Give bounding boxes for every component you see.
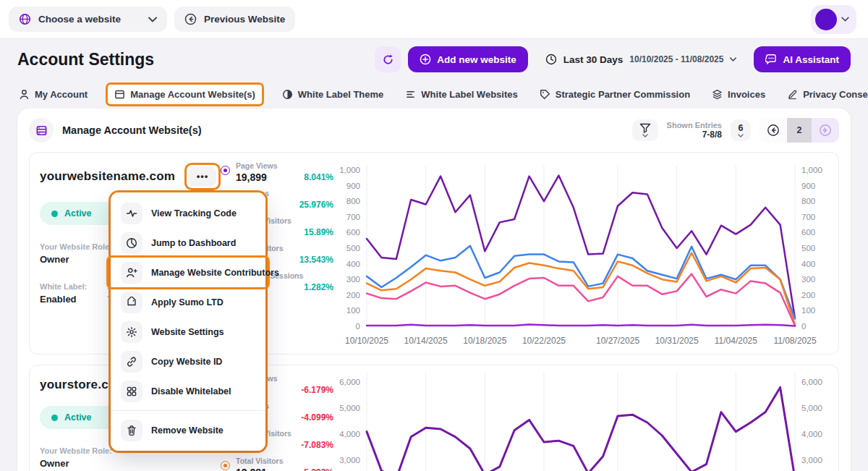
row-actions-menu: View Tracking Code Jump to Dashboard Man… xyxy=(111,192,265,451)
page: Choose a website Previous Website Accoun… xyxy=(0,0,868,471)
previous-website-button[interactable]: Previous Website xyxy=(174,7,295,32)
menu-item-label: Website Settings xyxy=(151,327,224,337)
menu-item-label: View Tracking Code xyxy=(151,208,237,218)
svg-text:0: 0 xyxy=(356,322,360,331)
date-range-picker[interactable]: Last 30 Days 10/10/2025 - 11/08/2025 xyxy=(535,47,747,72)
user-plus-icon xyxy=(121,262,142,284)
stat-change: -7.083% xyxy=(301,440,333,450)
shown-entries: Shown Entries 7-8/8 xyxy=(667,121,722,140)
menu-divider xyxy=(111,410,265,411)
svg-text:3,000: 3,000 xyxy=(801,456,822,464)
account-menu[interactable] xyxy=(811,5,856,34)
add-new-website-button[interactable]: Add new website xyxy=(408,46,528,72)
svg-text:5,000: 5,000 xyxy=(801,404,822,412)
stat-change: -6.179% xyxy=(301,385,333,395)
menu-item-label: Manage Website Contributors xyxy=(151,268,279,278)
header-row: Account Settings Add new website Last 30… xyxy=(0,39,868,80)
traffic-chart: 10/10/202510/14/202510/18/202510/22/2025… xyxy=(333,160,828,351)
menu-item-disable-whitelabel[interactable]: Disable Whitelabel xyxy=(111,376,265,406)
chevron-down-icon xyxy=(841,17,849,22)
tab-manage-account-websites[interactable]: Manage Account Website(s) xyxy=(108,85,262,104)
line-chart: 10/10/202510/14/202510/18/202510/22/2025… xyxy=(333,160,828,351)
status-dot-icon xyxy=(51,211,58,217)
svg-text:3,000: 3,000 xyxy=(339,456,360,464)
chevron-down-icon xyxy=(738,134,744,137)
choose-website-dropdown[interactable]: Choose a website xyxy=(9,7,167,32)
stat-change: 15.89% xyxy=(304,227,333,237)
role-value: Owner xyxy=(40,458,221,469)
stat-change: 8.041% xyxy=(304,172,333,182)
svg-text:800: 800 xyxy=(801,197,815,205)
tab-strategic-partner-commission[interactable]: Strategic Partner Commission xyxy=(538,85,692,104)
menu-item-website-settings[interactable]: Website Settings xyxy=(111,317,265,347)
svg-text:4,000: 4,000 xyxy=(801,430,822,438)
grid-icon xyxy=(121,381,142,402)
browser-icon xyxy=(114,89,125,100)
tab-label: My Account xyxy=(35,89,88,100)
status-label: Active xyxy=(64,412,92,423)
next-page-button[interactable] xyxy=(812,118,839,143)
trash-icon xyxy=(121,420,142,441)
stat-change: 1.282% xyxy=(304,282,333,292)
svg-text:400: 400 xyxy=(346,260,360,268)
chat-icon xyxy=(765,54,777,65)
tabs-row: My Account Manage Account Website(s) Whi… xyxy=(0,80,868,109)
page-size-select[interactable]: 6 xyxy=(731,119,751,141)
stat-change: 25.976% xyxy=(299,200,333,210)
svg-text:6,000: 6,000 xyxy=(801,378,822,386)
menu-item-copy-website-id[interactable]: Copy Website ID xyxy=(111,347,265,376)
svg-text:200: 200 xyxy=(346,291,360,300)
tab-privacy-consents[interactable]: Privacy Consents xyxy=(786,85,868,104)
menu-item-view-tracking-code[interactable]: View Tracking Code xyxy=(111,198,265,228)
menu-item-manage-website-contributors[interactable]: Manage Website Contributors xyxy=(109,258,268,287)
menu-item-apply-sumo-ltd[interactable]: Apply Sumo LTD xyxy=(111,287,265,317)
tutorial-highlight-box: ••• xyxy=(184,163,221,190)
tab-invoices[interactable]: Invoices xyxy=(710,85,767,104)
period-label: Last 30 Days xyxy=(563,54,624,65)
shown-entries-label: Shown Entries xyxy=(667,121,722,130)
database-icon xyxy=(29,118,54,143)
pagination: 2 xyxy=(760,118,839,143)
panel-header: Manage Account Website(s) Shown Entries … xyxy=(29,109,839,152)
clock-icon xyxy=(545,54,557,65)
stat-change: -5.392% xyxy=(301,467,333,471)
tab-label: Strategic Partner Commission xyxy=(556,89,690,100)
layers-icon xyxy=(712,89,723,100)
topbar: Choose a website Previous Website xyxy=(0,0,868,39)
tab-label: White Label Theme xyxy=(298,89,383,100)
arrow-left-circle-icon xyxy=(767,124,780,137)
pen-icon xyxy=(787,89,798,100)
svg-text:400: 400 xyxy=(801,260,815,268)
link-icon xyxy=(121,351,142,373)
svg-text:300: 300 xyxy=(801,275,815,284)
menu-item-jump-to-dashboard[interactable]: Jump to Dashboard xyxy=(111,228,265,258)
tag-icon xyxy=(540,89,550,100)
svg-text:700: 700 xyxy=(801,213,815,221)
ai-assistant-button[interactable]: AI Assistant xyxy=(754,46,851,72)
line-chart: 3,0003,0004,0004,0005,0005,0006,0006,000 xyxy=(333,373,828,471)
stat-change: 13.543% xyxy=(299,255,333,265)
tab-white-label-theme[interactable]: White Label Theme xyxy=(281,85,385,104)
prev-page-button[interactable] xyxy=(760,118,787,143)
svg-text:10/31/2025: 10/31/2025 xyxy=(655,336,699,346)
svg-text:600: 600 xyxy=(346,228,360,237)
date-range-value: 10/10/2025 - 11/08/2025 xyxy=(629,54,723,64)
row-actions-menu-button[interactable]: ••• xyxy=(189,167,216,186)
filter-button[interactable] xyxy=(632,119,658,141)
arrow-right-circle-icon xyxy=(819,124,832,137)
svg-text:10/10/2025: 10/10/2025 xyxy=(345,336,388,346)
tab-white-label-websites[interactable]: White Label Websites xyxy=(404,85,519,104)
pie-chart-icon xyxy=(121,232,142,254)
list-icon xyxy=(405,89,416,100)
white-label-value: Enabled xyxy=(40,294,87,305)
status-dot-icon xyxy=(51,415,58,421)
stat-change: -4.099% xyxy=(301,412,333,423)
status-label: Active xyxy=(64,208,92,218)
ai-assistant-label: AI Assistant xyxy=(783,54,839,65)
refresh-button[interactable] xyxy=(375,46,401,72)
svg-text:10/22/2025: 10/22/2025 xyxy=(522,336,566,346)
menu-item-remove-website[interactable]: Remove Website xyxy=(111,415,265,445)
menu-item-label: Jump to Dashboard xyxy=(151,238,236,248)
tab-my-account[interactable]: My Account xyxy=(17,85,89,104)
svg-text:10/18/2025: 10/18/2025 xyxy=(463,336,506,346)
